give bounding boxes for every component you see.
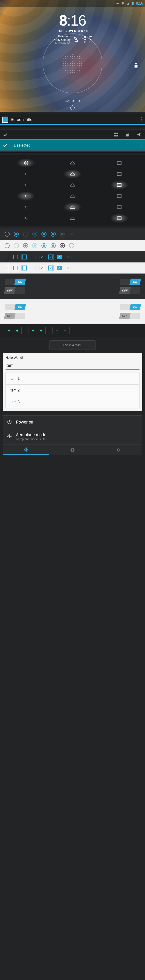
svg-rect-3 (117, 184, 121, 187)
text-input[interactable] (6, 362, 139, 370)
weather-updated: 10 minutes ago (53, 41, 71, 44)
plus-button[interactable]: + (37, 327, 45, 334)
checkbox-on[interactable] (39, 255, 44, 259)
back-button[interactable] (3, 158, 49, 168)
back-button[interactable] (3, 180, 49, 190)
svg-rect-1 (117, 162, 121, 164)
radio-on-focused[interactable] (50, 232, 56, 237)
done-button[interactable] (0, 140, 11, 151)
switch-off[interactable]: OFF (5, 313, 25, 319)
radio-on-disabled (32, 232, 37, 237)
weather-icon (73, 36, 80, 43)
number-stepper[interactable]: −+ (5, 327, 22, 334)
checkbox-on-pressed[interactable] (48, 255, 53, 259)
back-button[interactable] (3, 202, 49, 212)
radio-on-dark[interactable] (60, 243, 65, 248)
share-button[interactable] (134, 129, 145, 139)
list-item[interactable]: Item 1 (6, 373, 139, 385)
ringer-tabs (3, 445, 142, 455)
overflow-button[interactable] (138, 140, 145, 150)
page-indicator (70, 105, 75, 110)
item-list: Item 1 Item 2 Item 3 (6, 372, 139, 408)
grid-view-button[interactable] (110, 129, 122, 139)
list-item[interactable]: Item 3 (6, 396, 139, 408)
radio-on-disabled (32, 243, 37, 248)
done-button[interactable] (0, 129, 11, 140)
card-header: Hello World! (6, 356, 139, 360)
app-icon[interactable] (0, 114, 11, 125)
weather-widget[interactable]: Brantford Partly Cloudy 10 minutes ago -… (0, 35, 145, 44)
switch-on-focused[interactable]: ON (120, 304, 140, 310)
home-button[interactable] (49, 180, 95, 190)
checkbox-off[interactable] (5, 266, 9, 270)
weather-location: Brantford (53, 35, 71, 38)
radio-off-disabled (23, 232, 28, 237)
radio-on-pressed[interactable] (41, 243, 46, 248)
overflow-button[interactable] (138, 114, 145, 124)
home-button[interactable] (49, 213, 95, 223)
switch-on[interactable]: ON (5, 278, 25, 285)
lock-date: TUE, NOVEMBER 13 (0, 30, 145, 33)
minus-button[interactable]: − (29, 327, 37, 334)
copy-button[interactable] (122, 129, 134, 139)
radio-on-dark[interactable] (60, 232, 65, 237)
power-menu: Power off Aeroplane modeAeroplane mode i… (3, 415, 142, 455)
checkbox-on-pressed[interactable] (48, 266, 53, 270)
svg-rect-7 (72, 448, 73, 452)
switch-off-focused[interactable]: OFF (120, 313, 140, 319)
split-actionbar-bottom (0, 126, 145, 127)
home-button[interactable] (49, 202, 95, 212)
radio-on[interactable] (23, 243, 28, 248)
radio-on-dark-disabled (69, 232, 74, 237)
plus-button[interactable]: + (13, 327, 21, 334)
power-off-item[interactable]: Power off (3, 416, 142, 429)
radio-off[interactable] (5, 243, 9, 248)
silent-tab[interactable] (3, 445, 49, 455)
weather-condition: Partly Cloudy (53, 38, 71, 41)
switch-on[interactable]: ON (5, 304, 25, 310)
recents-button[interactable] (96, 191, 142, 201)
back-button[interactable] (3, 191, 49, 201)
airplane-mode-item[interactable]: Aeroplane modeAeroplane mode is OFF (3, 429, 142, 445)
checkbox-on-filled[interactable] (57, 255, 62, 259)
checkbox-off-pressed[interactable] (22, 255, 27, 259)
actionbar-cab-selected: | 1 selected (0, 140, 145, 151)
recents-button[interactable] (96, 180, 142, 190)
check-row-dark (0, 251, 145, 262)
unlock-handle[interactable] (62, 53, 83, 74)
vibrate-tab[interactable] (49, 445, 96, 455)
back-button[interactable] (3, 213, 49, 223)
recents-button[interactable] (96, 169, 142, 179)
home-button[interactable] (49, 169, 95, 179)
checkbox-off-focused[interactable] (13, 266, 18, 270)
status-bar: 8:16 (0, 0, 145, 7)
checkbox-off[interactable] (5, 255, 9, 259)
sound-tab[interactable] (96, 445, 142, 455)
recents-button[interactable] (96, 158, 142, 168)
checkbox-on-filled[interactable] (57, 266, 62, 270)
radio-off[interactable] (5, 232, 9, 237)
checkbox-off-pressed[interactable] (22, 266, 27, 270)
radio-on-pressed[interactable] (41, 232, 46, 237)
minus-button[interactable]: − (5, 327, 13, 334)
number-stepper[interactable]: −+ (28, 327, 46, 334)
home-button[interactable] (49, 158, 95, 168)
checkbox-on[interactable] (39, 266, 44, 270)
switch-off[interactable]: OFF (5, 287, 25, 294)
checkbox-on-disabled (66, 255, 71, 259)
selection-count[interactable]: 1 selected (14, 140, 30, 150)
recents-button[interactable] (96, 213, 142, 223)
switch-on-focused[interactable]: ON (120, 278, 140, 285)
radio-row-light (0, 240, 145, 251)
recents-button[interactable] (96, 202, 142, 212)
switch-off-focused[interactable]: OFF (120, 287, 140, 294)
home-button[interactable] (49, 191, 95, 201)
radio-on-focused[interactable] (50, 243, 56, 248)
radio-on[interactable] (14, 232, 19, 237)
checkbox-off-focused[interactable] (13, 255, 18, 259)
wifi-icon (121, 2, 125, 5)
airplane-sublabel: Aeroplane mode is OFF (16, 438, 48, 441)
list-item[interactable]: Item 2 (6, 385, 139, 396)
battery-icon (131, 2, 135, 5)
back-button[interactable] (3, 169, 49, 179)
